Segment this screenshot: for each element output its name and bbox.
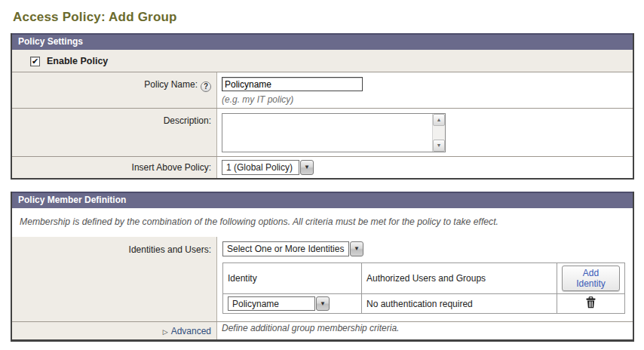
identity-column-header: Identity [223, 263, 362, 294]
policy-name-label: Policy Name: [144, 79, 198, 90]
advanced-label-cell: ▷Advanced [12, 322, 216, 339]
help-icon[interactable]: ? [201, 81, 211, 92]
policy-name-value-cell: (e.g. my IT policy) [216, 72, 633, 108]
description-row: Description: ▲ ▼ [12, 108, 633, 156]
insert-above-row: Insert Above Policy: 1 (Global Policy) ▼ [12, 156, 633, 178]
advanced-label: Advanced [171, 326, 211, 336]
identity-select-cell: Policyname ▼ [223, 294, 362, 314]
policy-member-section: Policy Member Definition Membership is d… [11, 192, 634, 342]
identities-select-value: Select One or More Identities [222, 241, 349, 256]
policy-settings-section: Policy Settings ✔ Enable Policy Policy N… [11, 33, 634, 180]
insert-above-select-value: 1 (Global Policy) [222, 160, 299, 175]
trash-icon [585, 296, 596, 309]
identities-row: Identities and Users: Select One or More… [12, 237, 633, 321]
policy-member-header: Policy Member Definition [12, 192, 633, 208]
authorized-users-column-header: Authorized Users and Groups [362, 263, 557, 294]
delete-identity-button[interactable] [585, 296, 596, 309]
insert-above-select[interactable]: 1 (Global Policy) ▼ [222, 160, 314, 175]
identities-value-cell: Select One or More Identities ▼ Identity… [216, 237, 633, 321]
enable-policy-label: Enable Policy [47, 56, 108, 66]
enable-policy-row: ✔ Enable Policy [12, 50, 633, 72]
identity-table: Identity Authorized Users and Groups Add… [222, 262, 625, 314]
advanced-toggle[interactable]: ▷Advanced [163, 326, 211, 336]
policy-name-label-cell: Policy Name:? [12, 72, 216, 108]
identity-table-header-row: Identity Authorized Users and Groups Add… [223, 263, 625, 294]
footer-actions: Cancel Submit [0, 342, 644, 350]
identities-label-cell: Identities and Users: [12, 237, 216, 321]
page-title: Access Policy: Add Group [13, 10, 644, 25]
chevron-down-icon: ▼ [300, 160, 314, 175]
identity-row-select-value: Policyname [228, 296, 315, 311]
description-value-cell: ▲ ▼ [216, 109, 633, 156]
chevron-down-icon: ▼ [350, 241, 363, 256]
membership-note: Membership is defined by the combination… [12, 208, 633, 237]
insert-above-label: Insert Above Policy: [132, 162, 211, 173]
identities-select[interactable]: Select One or More Identities ▼ [222, 241, 363, 256]
insert-above-value-cell: 1 (Global Policy) ▼ [216, 157, 633, 178]
policy-settings-header: Policy Settings [12, 33, 633, 50]
identity-row-select[interactable]: Policyname ▼ [228, 296, 330, 311]
identities-label: Identities and Users: [129, 244, 211, 255]
scroll-down-icon[interactable]: ▼ [433, 140, 445, 152]
policy-name-hint: (e.g. my IT policy) [222, 94, 628, 105]
description-textarea[interactable]: ▲ ▼ [222, 113, 446, 152]
authorized-users-cell: No authentication required [362, 294, 557, 314]
insert-above-label-cell: Insert Above Policy: [12, 157, 216, 178]
enable-policy-checkbox[interactable]: ✔ [30, 57, 40, 66]
description-label-cell: Description: [12, 109, 216, 156]
advanced-row: ▷Advanced Define additional group member… [12, 321, 633, 339]
delete-identity-cell [557, 294, 625, 314]
triangle-right-icon: ▷ [163, 328, 168, 336]
textarea-scrollbar[interactable]: ▲ ▼ [432, 114, 445, 152]
add-identity-cell: Add Identity [557, 263, 625, 294]
scroll-up-icon[interactable]: ▲ [433, 114, 445, 126]
advanced-description: Define additional group membership crite… [216, 322, 633, 339]
policy-name-input[interactable] [222, 77, 363, 91]
chevron-down-icon: ▼ [316, 296, 330, 311]
checkbox-checked-icon: ✔ [32, 57, 38, 66]
policy-name-row: Policy Name:? (e.g. my IT policy) [12, 72, 633, 108]
identity-table-row: Policyname ▼ No authentication required [223, 294, 625, 314]
add-identity-button[interactable]: Add Identity [562, 266, 620, 291]
description-label: Description: [164, 115, 211, 126]
